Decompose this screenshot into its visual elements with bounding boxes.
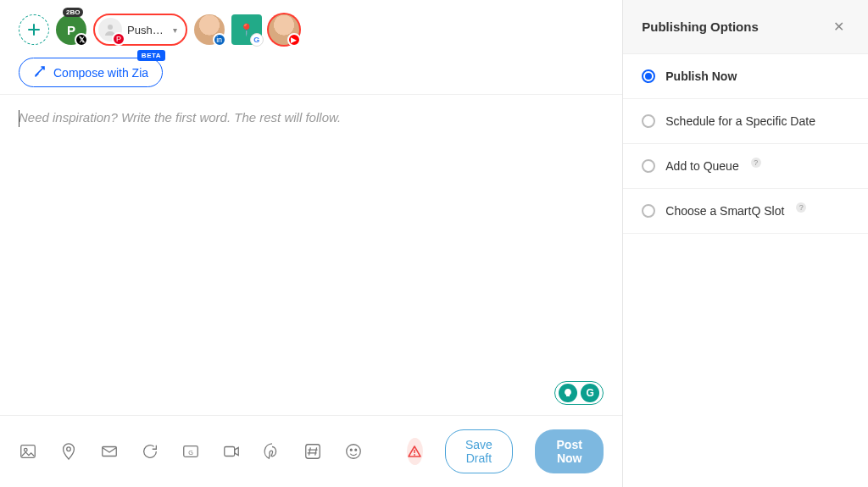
account-avatar-gmb[interactable]: 📍 G [231,14,262,45]
hashtag-icon[interactable] [303,442,322,461]
refresh-icon[interactable] [141,442,159,461]
account-avatar-youtube[interactable]: ▶ [269,14,299,45]
network-pinterest-icon: P [112,32,125,46]
beta-badge: BETA [137,50,165,61]
video-icon[interactable] [222,442,241,461]
zia-icon [33,64,47,80]
option-publish-now[interactable]: Publish Now [623,54,868,99]
option-schedule-date[interactable]: Schedule for a Specific Date [623,99,868,144]
network-linkedin-icon: in [213,33,226,47]
editor-placeholder: Need inspiration? Write the first word. … [19,110,341,125]
location-icon[interactable] [59,442,78,461]
publishing-options-title: Publishing Options [642,19,759,34]
svg-point-11 [355,449,357,451]
suggestion-bulb-icon[interactable] [559,384,577,402]
radio-icon [642,114,655,128]
account-avatar-p[interactable]: 2BO P 𝕏 [56,14,86,45]
chevron-down-icon: ▾ [173,25,177,35]
publishing-options-header: Publishing Options ✕ [623,0,868,54]
radio-icon [642,159,655,173]
bottom-toolbar: G Save Draft Post Now [0,415,622,487]
svg-point-13 [414,454,415,456]
floating-tools: G [554,381,604,405]
network-x-icon: 𝕏 [75,33,88,47]
network-google-icon: G [250,33,264,47]
network-youtube-icon: ▶ [287,33,301,47]
account-pill-label: Push… [127,24,164,36]
option-label: Schedule for a Specific Date [665,114,815,128]
publishing-options-panel: Publishing Options ✕ Publish Now Schedul… [623,0,868,487]
close-icon[interactable]: ✕ [828,17,849,36]
account-badge: 2BO [63,8,83,17]
option-label: Publish Now [665,69,737,83]
option-smartq-slot[interactable]: Choose a SmartQ Slot ? [623,189,868,234]
info-icon[interactable]: ? [796,202,806,213]
gif-icon[interactable]: G [181,442,200,461]
svg-rect-8 [306,445,320,459]
add-account-button[interactable] [19,14,49,45]
pinterest-icon[interactable] [263,442,281,461]
avatar-initial: P [67,23,75,37]
option-label: Add to Queue [665,159,738,173]
post-now-button[interactable]: Post Now [535,429,604,473]
radio-icon [642,69,655,83]
svg-point-0 [108,25,113,30]
account-pill-pinterest[interactable]: Push… ▾ P [93,14,187,46]
svg-point-9 [347,445,361,459]
emoji-icon[interactable] [344,442,363,461]
post-editor[interactable]: Need inspiration? Write the first word. … [0,95,622,415]
option-label: Choose a SmartQ Slot [665,204,784,218]
svg-text:G: G [188,449,193,457]
zia-label: Compose with Zia [53,66,148,80]
svg-point-2 [24,448,27,451]
compose-row: BETA Compose with Zia [0,58,622,95]
save-draft-button[interactable]: Save Draft [445,429,514,473]
text-caret [19,110,19,127]
svg-rect-1 [21,445,36,458]
grammarly-icon[interactable]: G [581,384,599,402]
svg-point-10 [350,449,352,451]
svg-point-3 [67,447,71,451]
info-icon[interactable]: ? [751,158,761,168]
image-icon[interactable] [19,442,37,461]
svg-rect-7 [225,447,235,457]
compose-with-zia-button[interactable]: BETA Compose with Zia [19,58,163,87]
warning-icon[interactable] [407,438,423,465]
svg-rect-4 [103,447,117,457]
radio-icon [642,204,655,218]
envelope-icon[interactable] [100,442,119,461]
option-add-to-queue[interactable]: Add to Queue ? [623,144,868,189]
account-avatar-linkedin[interactable]: in [194,14,225,45]
account-selector-bar: 2BO P 𝕏 Push… ▾ P in 📍 G ▶ [0,0,622,58]
